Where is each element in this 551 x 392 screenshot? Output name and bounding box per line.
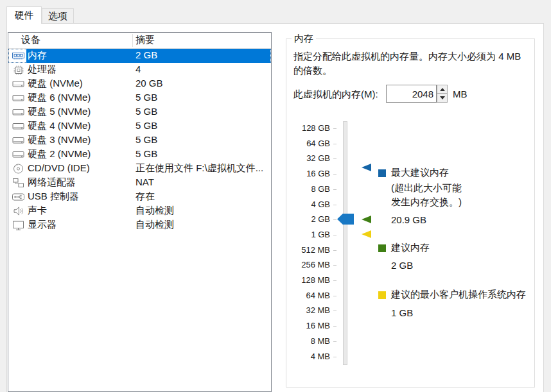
- disk-icon: [12, 135, 26, 146]
- table-row[interactable]: 网络适配器NAT: [8, 176, 271, 190]
- scale-tick-label: 64 MB: [288, 290, 330, 302]
- spinner-up-icon: [440, 88, 445, 91]
- table-row[interactable]: USB 控制器存在: [8, 190, 271, 204]
- memory-description-line2: 的倍数。: [293, 64, 530, 78]
- cpu-icon: [12, 64, 26, 76]
- usb-icon: [12, 191, 26, 203]
- scale-tick-label: 32 GB: [288, 153, 330, 164]
- recommended-memory-marker-icon: [362, 216, 371, 223]
- table-row[interactable]: 硬盘 (NVMe)20 GB: [8, 77, 271, 91]
- device-summary: 5 GB: [136, 134, 157, 145]
- scale-tick-mark: [333, 235, 337, 235]
- device-name: CD/DVD (IDE): [28, 162, 90, 173]
- table-row[interactable]: 硬盘 6 (NVMe)5 GB: [8, 91, 271, 105]
- memory-unit-label: MB: [453, 89, 468, 99]
- tab-hardware[interactable]: 硬件: [6, 6, 42, 24]
- minimum-memory-marker-icon: [362, 230, 371, 238]
- recommended-memory-legend-icon: [378, 244, 386, 252]
- memory-description: 指定分配给此虚拟机的内存量。内存大小必须为 4 MB 的倍数。: [293, 49, 530, 78]
- scale-tick-label: 4 GB: [288, 199, 330, 210]
- device-table-header[interactable]: 设备 摘要: [8, 33, 271, 49]
- device-summary: 5 GB: [136, 120, 157, 131]
- table-row[interactable]: 硬盘 4 (NVMe)5 GB: [8, 119, 271, 133]
- scale-tick-label: 64 GB: [288, 138, 330, 149]
- table-row[interactable]: 硬盘 5 (NVMe)5 GB: [8, 105, 271, 119]
- scale-tick-mark: [333, 250, 337, 251]
- spinner-down-icon: [440, 96, 445, 99]
- scale-tick-mark: [333, 326, 337, 327]
- scale-tick-mark: [333, 341, 337, 342]
- device-name: 硬盘 4 (NVMe): [28, 120, 91, 132]
- table-row[interactable]: 硬盘 3 (NVMe)5 GB: [8, 133, 271, 148]
- scale-tick-mark: [333, 357, 337, 357]
- network-icon: [12, 177, 26, 189]
- scale-tick-label: 8 MB: [288, 336, 330, 347]
- max-memory-legend-label: 最大建议内存: [391, 167, 449, 179]
- spinner-up-button[interactable]: [437, 85, 448, 94]
- table-row[interactable]: 内存2 GB: [8, 49, 271, 63]
- scale-tick-mark: [333, 205, 337, 205]
- scale-tick-mark: [333, 265, 337, 266]
- table-row[interactable]: 处理器4: [8, 63, 271, 77]
- recommended-memory-value: 2 GB: [391, 260, 413, 271]
- spinner-down-button[interactable]: [437, 94, 448, 103]
- memory-groupbox: 内存 指定分配给此虚拟机的内存量。内存大小必须为 4 MB 的倍数。 此虚拟机的…: [286, 38, 535, 388]
- device-table: 设备 摘要 内存2 GB处理器4硬盘 (NVMe)20 GB硬盘 6 (NVMe…: [8, 32, 272, 392]
- device-summary: 正在使用文件 F:\虚拟机文件...: [136, 162, 263, 175]
- max-memory-value: 20.9 GB: [391, 214, 426, 225]
- scale-tick-label: 16 GB: [288, 168, 330, 180]
- scale-tick-mark: [333, 158, 337, 159]
- device-summary: 5 GB: [136, 106, 157, 117]
- tab-options-label: 选项: [48, 10, 67, 22]
- scale-tick-label: 1 GB: [288, 229, 330, 241]
- table-row[interactable]: CD/DVD (IDE)正在使用文件 F:\虚拟机文件...: [8, 162, 271, 176]
- device-summary: 5 GB: [136, 148, 157, 159]
- scale-tick-mark: [333, 311, 337, 311]
- max-memory-note-line2: 发生内存交换。): [391, 195, 462, 209]
- scale-tick-mark: [333, 128, 337, 129]
- scale-tick-label: 32 MB: [288, 305, 330, 316]
- disk-icon: [12, 107, 26, 118]
- device-summary: 自动检测: [136, 219, 174, 231]
- memory-groupbox-title: 内存: [292, 33, 316, 45]
- device-summary: 20 GB: [136, 78, 163, 89]
- minimum-memory-value: 1 GB: [391, 307, 413, 318]
- memory-amount-label: 此虚拟机的内存(M):: [293, 89, 378, 101]
- memory-spinner: [386, 85, 448, 103]
- tab-options[interactable]: 选项: [42, 8, 74, 23]
- memory-slider-track[interactable]: [343, 121, 347, 365]
- column-header-summary[interactable]: 摘要: [136, 34, 155, 46]
- disk-icon: [12, 92, 26, 104]
- scale-tick-label: 8 GB: [288, 183, 330, 195]
- device-name: 硬盘 5 (NVMe): [28, 106, 91, 118]
- disk-icon: [12, 78, 26, 90]
- scale-tick-mark: [333, 280, 337, 281]
- device-name: 显示器: [28, 219, 57, 231]
- scale-tick-mark: [333, 144, 337, 144]
- device-summary: 2 GB: [136, 49, 157, 60]
- table-row[interactable]: 显示器自动检测: [8, 218, 271, 232]
- device-name: 硬盘 3 (NVMe): [28, 134, 91, 146]
- scale-tick-label: 128 GB: [288, 123, 330, 134]
- device-name: 硬盘 (NVMe): [28, 78, 83, 90]
- sound-icon: [12, 205, 26, 217]
- minimum-memory-legend-icon: [378, 291, 386, 299]
- scale-tick-label: 16 MB: [288, 320, 330, 332]
- vm-settings-dialog: 硬件 选项 设备 摘要 内存2 GB处理器4硬盘 (NVMe)20 GB硬盘 6…: [0, 0, 551, 392]
- max-memory-legend-icon: [378, 169, 386, 177]
- device-name: 网络适配器: [28, 176, 76, 189]
- scale-tick-mark: [333, 174, 337, 175]
- table-row[interactable]: 硬盘 2 (NVMe)5 GB: [8, 148, 271, 162]
- device-summary: 4: [136, 64, 141, 74]
- scale-tick-mark: [333, 219, 337, 220]
- memory-slider-thumb[interactable]: [337, 214, 354, 225]
- tab-hardware-label: 硬件: [15, 10, 34, 22]
- max-memory-note-line1: (超出此大小可能: [391, 181, 462, 195]
- device-name: 硬盘 6 (NVMe): [28, 92, 91, 104]
- device-summary: 5 GB: [136, 92, 157, 103]
- column-header-device[interactable]: 设备: [21, 34, 40, 46]
- memory-amount-input[interactable]: [386, 85, 437, 103]
- table-row[interactable]: 声卡自动检测: [8, 204, 271, 218]
- device-summary: NAT: [136, 176, 154, 187]
- recommended-memory-legend-label: 建议内存: [391, 242, 430, 254]
